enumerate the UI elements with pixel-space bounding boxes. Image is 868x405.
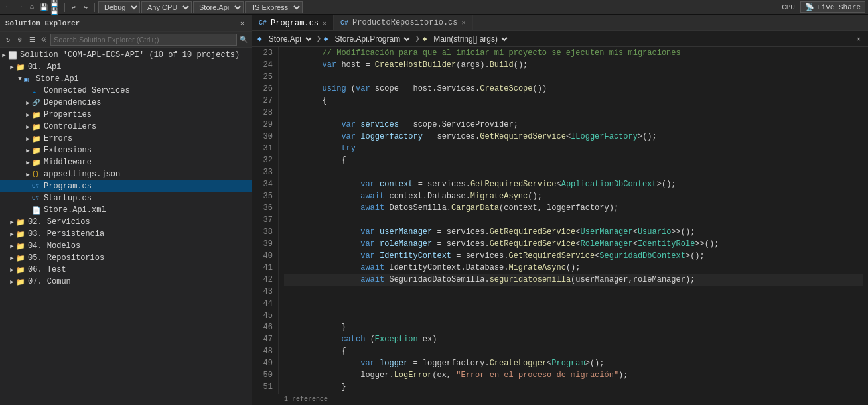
save-icon[interactable]: 💾 xyxy=(38,2,49,13)
tree-label-api: 01. Api xyxy=(27,62,61,72)
undo-icon[interactable]: ↩ xyxy=(68,2,79,13)
breadcrumb-collapse-button[interactable]: ✕ xyxy=(855,34,863,44)
code-line-42: await SeguridadDatoSemilla.seguridatosem… xyxy=(284,274,863,286)
expand-icon-persistencia[interactable]: ▶ xyxy=(8,231,16,238)
tree-item-middleware[interactable]: ▶📁Middleware xyxy=(0,156,252,168)
tree-item-controllers[interactable]: ▶📁Controllers xyxy=(0,121,252,133)
expand-icon-extensions[interactable]: ▶ xyxy=(24,147,32,154)
live-share-button[interactable]: 📡 Live Share xyxy=(800,1,865,13)
live-share-icon: 📡 xyxy=(805,3,814,11)
debug-select[interactable]: Debug xyxy=(98,1,140,13)
breadcrumb-namespace[interactable]: Store.Api xyxy=(265,34,314,44)
redo-icon[interactable]: ↪ xyxy=(80,2,91,13)
expand-icon-repositorios[interactable]: ▶ xyxy=(8,255,16,262)
expand-icon-solution[interactable]: ▶ xyxy=(0,52,8,59)
code-line-40: var IdentityContext = services.GetRequir… xyxy=(284,250,863,262)
tree-icon-appsettings: {} xyxy=(32,171,42,178)
expand-icon-controllers[interactable]: ▶ xyxy=(24,123,32,131)
expand-icon-middleware[interactable]: ▶ xyxy=(24,159,32,166)
tree-icon-deps: 🔗 xyxy=(32,99,42,107)
breadcrumb-class[interactable]: Store.Api.Program xyxy=(330,34,412,44)
line-number-45: 45 xyxy=(257,310,273,321)
code-line-26: using (var scope = host.Services.CreateS… xyxy=(284,83,863,95)
tab-label-program: Program.cs xyxy=(271,19,319,28)
breadcrumb-method[interactable]: Main(string[] args) xyxy=(429,34,510,44)
line-number-30: 30 xyxy=(257,131,273,143)
breadcrumb-method-icon: ◆ xyxy=(423,34,427,43)
home-icon[interactable]: ⌂ xyxy=(27,2,37,13)
code-line-30: var loggerfactory = services.GetRequired… xyxy=(284,131,863,143)
cpu-select[interactable]: Any CPU xyxy=(141,1,192,13)
tab-producto[interactable]: C#ProductoRepositorio.cs✕ xyxy=(334,15,472,30)
expand-icon-storeapi[interactable]: ▼ xyxy=(16,76,24,82)
code-line-50: logger.LogError(ex, "Error en el proceso… xyxy=(284,369,863,381)
expand-icon-appsettings[interactable]: ▶ xyxy=(24,171,32,178)
tree-item-props[interactable]: ▶📁Properties xyxy=(0,109,252,121)
tab-icon-producto: C# xyxy=(340,19,348,27)
tree-label-modelos: 04. Modelos xyxy=(27,241,80,251)
iis-select[interactable]: IIS Express xyxy=(245,1,303,13)
tab-close-program[interactable]: ✕ xyxy=(323,19,326,27)
tree-item-modelos[interactable]: ▶📁04. Modelos xyxy=(0,240,252,252)
tree-item-storeapi[interactable]: ▼▣Store.Api xyxy=(0,73,252,85)
expand-icon-props[interactable]: ▶ xyxy=(24,111,32,119)
code-line-37 xyxy=(284,214,863,226)
tree-item-errors[interactable]: ▶📁Errors xyxy=(0,133,252,145)
se-sync-icon[interactable]: ↻ xyxy=(3,34,13,45)
tree-icon-persistencia: 📁 xyxy=(16,230,27,239)
se-search-icon[interactable]: 🔍 xyxy=(238,34,249,45)
tree-item-comun[interactable]: ▶📁07. Comun xyxy=(0,276,252,288)
line-number-32: 32 xyxy=(257,154,273,166)
tree-item-persistencia[interactable]: ▶📁03. Persistencia xyxy=(0,228,252,240)
expand-icon-servicios[interactable]: ▶ xyxy=(8,219,16,226)
tree-item-test[interactable]: ▶📁06. Test xyxy=(0,264,252,276)
code-line-41: await IdentityContext.Database.MigrateAs… xyxy=(284,262,863,274)
line-number-37: 37 xyxy=(257,214,273,226)
tab-program[interactable]: C#Program.cs✕ xyxy=(252,15,334,30)
code-line-27: { xyxy=(284,95,863,107)
tree-icon-startup: C# xyxy=(32,195,42,202)
panel-actions: ― ✕ xyxy=(229,19,246,28)
se-settings-icon[interactable]: ⛭ xyxy=(38,34,49,45)
tree-item-api[interactable]: ▶📁01. Api xyxy=(0,61,252,73)
save-all-icon[interactable]: 💾💾 xyxy=(50,2,61,13)
tree-item-deps[interactable]: ▶🔗Dependencies xyxy=(0,97,252,109)
code-line-35: await context.Database.MigrateAsync(); xyxy=(284,190,863,202)
tree-item-solution[interactable]: ▶⬜Solution 'COM-APL-ECS-API' (10 of 10 p… xyxy=(0,49,252,61)
tab-icon-program: C# xyxy=(259,19,267,27)
tree-item-startup[interactable]: C#Startup.cs xyxy=(0,192,252,204)
se-props-icon[interactable]: ⚙ xyxy=(15,34,25,45)
expand-icon-modelos[interactable]: ▶ xyxy=(8,243,16,250)
expand-icon-errors[interactable]: ▶ xyxy=(24,135,32,143)
se-filter-icon[interactable]: ☰ xyxy=(27,34,37,45)
tree-label-connected: Connected Services xyxy=(42,86,130,95)
forward-icon[interactable]: → xyxy=(15,2,25,13)
pin-button[interactable]: ― xyxy=(229,19,237,28)
expand-icon-deps[interactable]: ▶ xyxy=(24,99,32,107)
tree-item-extensions[interactable]: ▶📁Extensions xyxy=(0,145,252,156)
tree-label-program: Program.cs xyxy=(42,182,92,191)
tree-icon-controllers: 📁 xyxy=(32,123,42,131)
tree-item-servicios[interactable]: ▶📁02. Servicios xyxy=(0,216,252,228)
tree-item-program[interactable]: C#Program.cs xyxy=(0,180,252,192)
back-icon[interactable]: ← xyxy=(3,2,13,13)
tree-icon-modelos: 📁 xyxy=(16,242,27,251)
tree-item-appsettings[interactable]: ▶{}appsettings.json xyxy=(0,168,252,180)
search-input[interactable] xyxy=(50,34,237,46)
expand-icon-test[interactable]: ▶ xyxy=(8,266,16,274)
line-number-34: 34 xyxy=(257,178,273,190)
close-panel-button[interactable]: ✕ xyxy=(238,19,246,28)
expand-icon-api[interactable]: ▶ xyxy=(8,64,16,71)
project-select[interactable]: Store.Api xyxy=(193,1,244,13)
top-bar-right: CPU 📡 Live Share xyxy=(782,1,865,13)
tab-close-producto[interactable]: ✕ xyxy=(462,19,466,27)
tree-item-storexml[interactable]: 📄Store.Api.xml xyxy=(0,204,252,216)
tree-item-repositorios[interactable]: ▶📁05. Repositorios xyxy=(0,252,252,264)
tree-item-connected[interactable]: ☁Connected Services xyxy=(0,85,252,97)
tree-icon-repositorios: 📁 xyxy=(16,254,27,262)
line-number-47: 47 xyxy=(257,333,273,345)
code-editor[interactable]: 2324252627282930313233343536373839404142… xyxy=(252,47,868,394)
reference-line: 1 reference xyxy=(252,394,868,405)
line-number-48: 48 xyxy=(257,345,273,357)
expand-icon-comun[interactable]: ▶ xyxy=(8,278,16,286)
